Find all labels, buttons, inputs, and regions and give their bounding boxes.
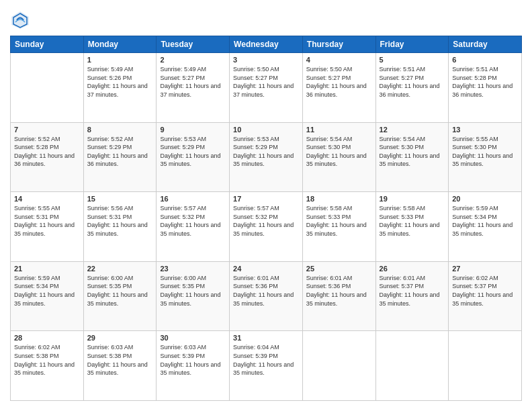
day-number: 4: [306, 56, 372, 64]
day-number: 14: [14, 195, 80, 203]
calendar-cell: [449, 331, 522, 401]
day-info: Sunrise: 5:59 AMSunset: 5:34 PMDaylight:…: [14, 274, 80, 308]
calendar-cell: 25Sunrise: 6:01 AMSunset: 5:36 PMDayligh…: [302, 261, 375, 331]
calendar-cell: 30Sunrise: 6:03 AMSunset: 5:39 PMDayligh…: [157, 331, 230, 401]
day-info: Sunrise: 6:04 AMSunset: 5:39 PMDaylight:…: [233, 343, 299, 377]
day-info: Sunrise: 5:56 AMSunset: 5:31 PMDaylight:…: [87, 204, 153, 238]
calendar-cell: 8Sunrise: 5:52 AMSunset: 5:29 PMDaylight…: [83, 122, 157, 192]
weekday-header-friday: Friday: [375, 36, 449, 53]
calendar-cell: 19Sunrise: 5:58 AMSunset: 5:33 PMDayligh…: [375, 192, 449, 262]
day-number: 3: [233, 56, 299, 64]
calendar-cell: 24Sunrise: 6:01 AMSunset: 5:36 PMDayligh…: [230, 261, 303, 331]
week-row-3: 14Sunrise: 5:55 AMSunset: 5:31 PMDayligh…: [11, 192, 522, 262]
day-info: Sunrise: 5:55 AMSunset: 5:31 PMDaylight:…: [14, 204, 80, 238]
svg-marker-0: [11, 11, 29, 29]
day-number: 31: [233, 334, 299, 342]
day-number: 12: [380, 126, 445, 134]
calendar-cell: 7Sunrise: 5:52 AMSunset: 5:28 PMDaylight…: [11, 122, 84, 192]
day-info: Sunrise: 6:00 AMSunset: 5:35 PMDaylight:…: [87, 274, 153, 308]
day-number: 18: [306, 195, 372, 203]
day-number: 22: [87, 265, 153, 273]
calendar-cell: 4Sunrise: 5:50 AMSunset: 5:27 PMDaylight…: [302, 53, 375, 123]
calendar-cell: 15Sunrise: 5:56 AMSunset: 5:31 PMDayligh…: [83, 192, 157, 262]
weekday-header-wednesday: Wednesday: [230, 36, 303, 53]
week-row-5: 28Sunrise: 6:02 AMSunset: 5:38 PMDayligh…: [11, 331, 522, 401]
day-number: 21: [14, 265, 80, 273]
day-number: 2: [160, 56, 226, 64]
day-info: Sunrise: 5:58 AMSunset: 5:33 PMDaylight:…: [380, 204, 445, 238]
calendar-cell: 23Sunrise: 6:00 AMSunset: 5:35 PMDayligh…: [157, 261, 230, 331]
day-number: 15: [87, 195, 153, 203]
day-number: 6: [452, 56, 518, 64]
calendar-cell: [302, 331, 375, 401]
day-info: Sunrise: 6:01 AMSunset: 5:36 PMDaylight:…: [306, 274, 372, 308]
calendar-table: SundayMondayTuesdayWednesdayThursdayFrid…: [10, 36, 522, 401]
calendar-cell: 10Sunrise: 5:53 AMSunset: 5:29 PMDayligh…: [230, 122, 303, 192]
calendar-cell: 5Sunrise: 5:51 AMSunset: 5:27 PMDaylight…: [375, 53, 449, 123]
week-row-2: 7Sunrise: 5:52 AMSunset: 5:28 PMDaylight…: [11, 122, 522, 192]
day-number: 26: [380, 265, 445, 273]
day-info: Sunrise: 5:51 AMSunset: 5:28 PMDaylight:…: [452, 65, 518, 99]
calendar-cell: 11Sunrise: 5:54 AMSunset: 5:30 PMDayligh…: [302, 122, 375, 192]
calendar-cell: 29Sunrise: 6:03 AMSunset: 5:38 PMDayligh…: [83, 331, 157, 401]
day-info: Sunrise: 5:59 AMSunset: 5:34 PMDaylight:…: [452, 204, 518, 238]
day-info: Sunrise: 5:52 AMSunset: 5:29 PMDaylight:…: [87, 135, 153, 169]
day-info: Sunrise: 6:01 AMSunset: 5:36 PMDaylight:…: [233, 274, 299, 308]
day-info: Sunrise: 5:57 AMSunset: 5:32 PMDaylight:…: [233, 204, 299, 238]
calendar-cell: 6Sunrise: 5:51 AMSunset: 5:28 PMDaylight…: [449, 53, 522, 123]
calendar-cell: 9Sunrise: 5:53 AMSunset: 5:29 PMDaylight…: [157, 122, 230, 192]
header: [10, 10, 522, 30]
day-number: 1: [87, 56, 153, 64]
logo: [10, 10, 33, 30]
day-info: Sunrise: 5:51 AMSunset: 5:27 PMDaylight:…: [380, 65, 445, 99]
calendar-cell: 3Sunrise: 5:50 AMSunset: 5:27 PMDaylight…: [230, 53, 303, 123]
day-number: 23: [160, 265, 226, 273]
calendar-cell: 18Sunrise: 5:58 AMSunset: 5:33 PMDayligh…: [302, 192, 375, 262]
calendar-cell: 13Sunrise: 5:55 AMSunset: 5:30 PMDayligh…: [449, 122, 522, 192]
calendar-cell: [375, 331, 449, 401]
calendar-cell: 20Sunrise: 5:59 AMSunset: 5:34 PMDayligh…: [449, 192, 522, 262]
weekday-header-sunday: Sunday: [11, 36, 84, 53]
day-info: Sunrise: 5:50 AMSunset: 5:27 PMDaylight:…: [233, 65, 299, 99]
day-number: 5: [380, 56, 445, 64]
day-number: 8: [87, 126, 153, 134]
day-number: 19: [380, 195, 445, 203]
day-info: Sunrise: 5:53 AMSunset: 5:29 PMDaylight:…: [233, 135, 299, 169]
day-number: 24: [233, 265, 299, 273]
day-number: 20: [452, 195, 518, 203]
calendar-cell: 2Sunrise: 5:49 AMSunset: 5:27 PMDaylight…: [157, 53, 230, 123]
day-info: Sunrise: 5:57 AMSunset: 5:32 PMDaylight:…: [160, 204, 226, 238]
day-number: 9: [160, 126, 226, 134]
day-info: Sunrise: 5:52 AMSunset: 5:28 PMDaylight:…: [14, 135, 80, 169]
day-info: Sunrise: 5:55 AMSunset: 5:30 PMDaylight:…: [452, 135, 518, 169]
calendar-cell: 31Sunrise: 6:04 AMSunset: 5:39 PMDayligh…: [230, 331, 303, 401]
logo-icon: [10, 10, 30, 30]
weekday-header-row: SundayMondayTuesdayWednesdayThursdayFrid…: [11, 36, 522, 53]
day-number: 16: [160, 195, 226, 203]
day-number: 25: [306, 265, 372, 273]
calendar-cell: 16Sunrise: 5:57 AMSunset: 5:32 PMDayligh…: [157, 192, 230, 262]
day-number: 7: [14, 126, 80, 134]
weekday-header-thursday: Thursday: [302, 36, 375, 53]
day-info: Sunrise: 5:49 AMSunset: 5:26 PMDaylight:…: [87, 65, 153, 99]
day-number: 11: [306, 126, 372, 134]
calendar-cell: 21Sunrise: 5:59 AMSunset: 5:34 PMDayligh…: [11, 261, 84, 331]
week-row-1: 1Sunrise: 5:49 AMSunset: 5:26 PMDaylight…: [11, 53, 522, 123]
weekday-header-saturday: Saturday: [449, 36, 522, 53]
day-info: Sunrise: 5:50 AMSunset: 5:27 PMDaylight:…: [306, 65, 372, 99]
day-number: 29: [87, 334, 153, 342]
calendar-cell: 27Sunrise: 6:02 AMSunset: 5:37 PMDayligh…: [449, 261, 522, 331]
day-number: 27: [452, 265, 518, 273]
weekday-header-monday: Monday: [83, 36, 157, 53]
day-info: Sunrise: 5:54 AMSunset: 5:30 PMDaylight:…: [380, 135, 445, 169]
page: SundayMondayTuesdayWednesdayThursdayFrid…: [0, 0, 532, 411]
calendar-cell: 17Sunrise: 5:57 AMSunset: 5:32 PMDayligh…: [230, 192, 303, 262]
day-info: Sunrise: 5:49 AMSunset: 5:27 PMDaylight:…: [160, 65, 226, 99]
day-number: 30: [160, 334, 226, 342]
day-info: Sunrise: 6:01 AMSunset: 5:37 PMDaylight:…: [380, 274, 445, 308]
day-info: Sunrise: 6:02 AMSunset: 5:37 PMDaylight:…: [452, 274, 518, 308]
day-info: Sunrise: 6:02 AMSunset: 5:38 PMDaylight:…: [14, 343, 80, 377]
week-row-4: 21Sunrise: 5:59 AMSunset: 5:34 PMDayligh…: [11, 261, 522, 331]
calendar-cell: 14Sunrise: 5:55 AMSunset: 5:31 PMDayligh…: [11, 192, 84, 262]
day-info: Sunrise: 6:03 AMSunset: 5:38 PMDaylight:…: [87, 343, 153, 377]
